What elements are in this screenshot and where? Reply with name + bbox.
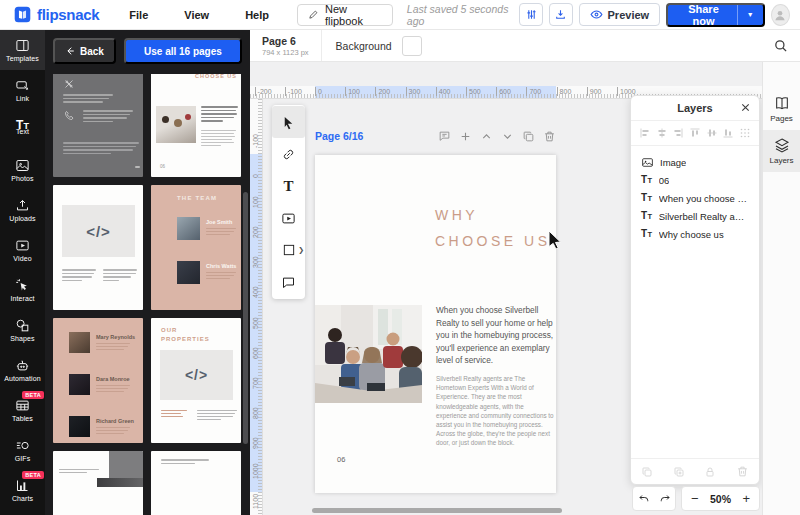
menu-view[interactable]: View [184,9,209,21]
template-thumbnail-6[interactable]: OUR PROPERTIES</> [151,318,241,443]
align-top-icon[interactable] [689,127,701,139]
share-now-button[interactable]: Share now ▼ [666,3,765,27]
align-right-icon[interactable] [672,127,684,139]
comment-icon[interactable] [438,130,451,143]
avatar[interactable] [771,4,790,26]
align-toolbar [631,121,759,146]
close-icon[interactable] [740,102,751,113]
sidebar-item-shapes[interactable]: Shapes [0,310,45,350]
sidebar-item-label: Charts [12,495,33,502]
page-photo[interactable] [315,305,422,403]
preview-button[interactable]: Preview [579,3,661,26]
right-rail-label: Layers [769,156,793,165]
share-dropdown-caret[interactable]: ▼ [737,5,763,25]
template-thumbnail-8[interactable] [151,451,241,515]
document-page[interactable]: WHY CHOOSE US [315,155,556,493]
menu-file[interactable]: File [129,9,148,21]
sidebar-item-uploads[interactable]: Uploads [0,190,45,230]
tidy-icon[interactable] [739,127,751,139]
layers-panel-spacer [631,245,759,458]
cursor-tool-button[interactable] [272,106,305,138]
back-button[interactable]: Back [53,38,116,64]
charts-icon [15,478,30,493]
template-thumbnail-4[interactable]: THE TEAMJoe SmithChris Watts [151,185,241,310]
layer-row-5[interactable]: TTWhy choose us [631,225,759,243]
sidebar-item-video[interactable]: Video [0,230,45,270]
download-button[interactable] [549,3,573,26]
sidebar-item-charts[interactable]: BETA Charts [0,470,45,510]
link-tool-button[interactable] [272,138,305,170]
ruler-number: 900 [251,425,261,449]
page-headline[interactable]: WHY CHOOSE US [435,202,551,254]
duplicate-icon[interactable] [522,130,535,143]
top-bar-actions: Preview Share now ▼ [519,3,790,27]
search-icon[interactable] [773,38,788,53]
undo-icon[interactable] [638,493,650,505]
page-paragraph-main[interactable]: When you choose Silverbell Realty to sel… [436,304,563,367]
shape-tool-button[interactable]: ❯ [272,234,305,266]
move-down-icon[interactable] [501,130,514,143]
sidebar-item-label: Link [16,95,29,102]
use-all-pages-button[interactable]: Use all 16 pages [124,38,242,64]
template-thumbnail-5[interactable]: Mary ReynoldsDara MonroeRichard Green [53,318,143,443]
video-tool-button[interactable] [272,202,305,234]
page-info: Page 6 794 x 1123 px [250,30,322,61]
sidebar-item-automation[interactable]: Automation [0,350,45,390]
tables-icon [15,398,30,413]
text-tool-button[interactable]: T [272,170,305,202]
templates-scrollbar[interactable] [243,192,248,444]
template-thumbnail-1[interactable] [53,74,143,177]
layers-icon [774,137,790,153]
align-center-icon[interactable] [656,127,668,139]
templates-viewport: WHYCHOOSE US06</>THE TEAMJoe SmithChris … [53,74,241,515]
layer-row-1[interactable]: Image [631,153,759,171]
layers-panel: Layers Image TT06 TTWhen you choose Silv… [630,95,760,485]
settings-sliders-button[interactable] [519,3,543,26]
ruler-number: 800 [557,87,572,96]
delete-icon[interactable] [736,465,749,478]
sidebar-item-photos[interactable]: Photos [0,150,45,190]
layers-panel-title: Layers [677,102,712,114]
ruler-number: 600 [496,87,511,96]
sidebar-item-text[interactable]: TT Text [0,110,45,150]
horizontal-scrollbar[interactable] [312,508,562,513]
paste-icon[interactable] [673,466,685,478]
sidebar-item-link[interactable]: Link [0,70,45,110]
align-left-icon[interactable] [639,127,651,139]
align-bottom-icon[interactable] [722,127,734,139]
page-number[interactable]: 06 [337,455,345,464]
ruler-number: 300 [251,244,261,268]
template-thumbnail-2[interactable]: WHYCHOOSE US06 [151,74,241,177]
right-rail-pages[interactable]: Pages [763,88,800,130]
layer-row-3[interactable]: TTWhen you choose Silverb [631,189,759,207]
page-paragraph-secondary[interactable]: Silverbell Realty agents are The Hometow… [436,374,555,448]
template-thumbnail-7[interactable] [53,451,143,515]
flipsnack-logo[interactable]: flipsnack [14,6,99,23]
background-color-swatch[interactable] [402,36,422,56]
sidebar-item-tables[interactable]: BETA Tables [0,390,45,430]
delete-icon[interactable] [543,130,556,143]
comment-tool-button[interactable] [272,266,305,298]
move-up-icon[interactable] [480,130,493,143]
ruler-number: 800 [251,395,261,419]
lock-icon[interactable] [704,466,716,478]
right-rail-layers[interactable]: Layers [763,130,800,172]
saved-status: Last saved 5 seconds ago [407,3,520,27]
layer-row-4[interactable]: TTSilverbell Realty agents [631,207,759,225]
layer-row-2[interactable]: TT06 [631,171,759,189]
right-rail: Pages Layers [762,62,800,515]
align-middle-icon[interactable] [706,127,718,139]
sidebar-item-gifs[interactable]: GIFs [0,430,45,470]
copy-icon[interactable] [641,466,653,478]
redo-icon[interactable] [659,493,671,505]
templates-panel-header: Back Use all 16 pages [45,30,250,72]
zoom-out-button[interactable]: − [691,492,699,505]
zoom-in-button[interactable]: + [742,492,750,505]
sidebar-item-interact[interactable]: Interact [0,270,45,310]
template-thumbnail-3[interactable]: </> [53,185,143,310]
flipbook-name-input[interactable]: New flipbook [297,4,393,26]
flyout-chevron-icon: ❯ [298,246,304,254]
sidebar-item-templates[interactable]: Templates [0,30,45,70]
plus-icon[interactable] [459,130,472,143]
menu-help[interactable]: Help [245,9,269,21]
